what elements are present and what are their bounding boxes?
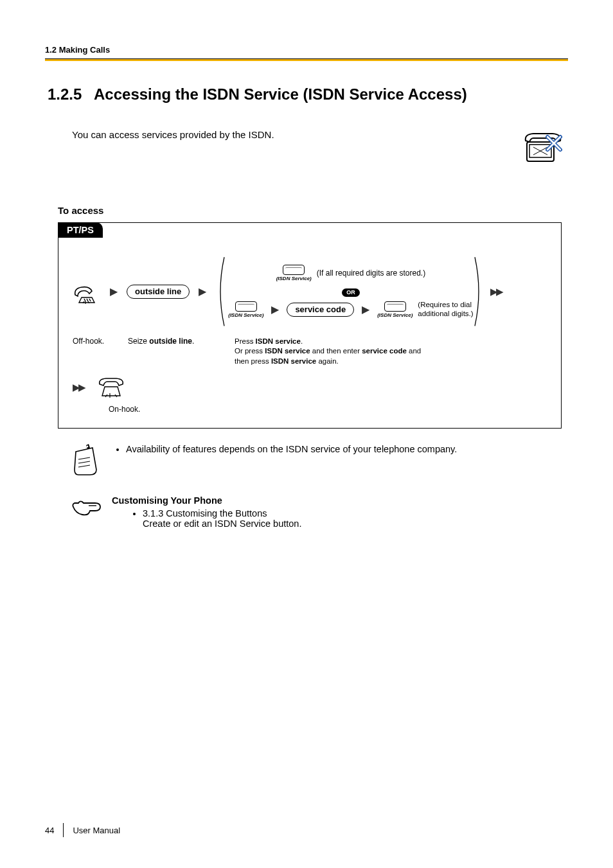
section-number: 1.2.5 (48, 85, 94, 103)
continue-arrow-icon: ▶▶ (73, 382, 84, 393)
caption-offhook: Off-hook. (73, 337, 128, 367)
right-paren-icon (472, 256, 484, 328)
caption-press-isdn: Press ISDN service. Or press ISDN servic… (231, 337, 421, 367)
onhook-icon (97, 376, 125, 398)
isdn-service-key-icon: (ISDN Service) (377, 301, 413, 318)
caption-onhook: On-hook. (109, 405, 547, 414)
note-list: Availability of features depends on the … (114, 444, 457, 457)
ref-item: 3.1.3 Customising the Buttons Create or … (143, 508, 301, 529)
intro-paragraph: You can access services provided by the … (72, 128, 509, 140)
arrow-icon: ▶ (110, 285, 118, 297)
alternatives-group: (ISDN Service) (If all required digits a… (215, 256, 483, 328)
svg-point-8 (87, 446, 89, 448)
note-item: Availability of features depends on the … (126, 444, 457, 454)
ref-heading: Customising Your Phone (112, 495, 301, 506)
continue-arrow-icon: ▶▶ (490, 286, 502, 297)
outside-line-button: outside line (127, 285, 190, 299)
arrow-icon: ▶ (271, 303, 279, 315)
page-footer: 44 User Manual (45, 823, 120, 837)
page-number: 44 (45, 826, 54, 835)
isdn-service-key-icon: (ISDN Service) (228, 301, 263, 318)
procedure-frame: PT/PS ▶ outside line ▶ (58, 222, 562, 429)
phone-cross-icon (522, 128, 564, 166)
header-breadcrumb: 1.2 Making Calls (45, 45, 568, 55)
ref-list: 3.1.3 Customising the Buttons Create or … (112, 508, 301, 529)
offhook-icon (73, 279, 101, 304)
arrow-icon: ▶ (199, 285, 206, 297)
section-title: 1.2.5Accessing the ISDN Service (ISDN Se… (48, 85, 568, 103)
caption-seize: Seize outside line. (128, 337, 231, 367)
note-all-stored: (If all required digits are stored.) (317, 269, 425, 278)
footer-divider (63, 823, 64, 837)
subheading-to-access: To access (58, 205, 568, 216)
procedure-tab: PT/PS (58, 222, 103, 238)
pointing-hand-icon (71, 498, 102, 520)
notepad-icon (71, 444, 99, 477)
note-requires: (Requires to dial additional digits.) (418, 301, 473, 319)
footer-label: User Manual (73, 826, 120, 835)
left-paren-icon (215, 256, 227, 328)
header-rule (45, 58, 568, 61)
arrow-icon: ▶ (362, 303, 369, 315)
service-code-button: service code (287, 303, 354, 317)
isdn-service-key-icon: (ISDN Service) (276, 265, 312, 281)
or-badge: OR (342, 288, 360, 297)
section-heading-text: Accessing the ISDN Service (ISDN Service… (94, 85, 467, 103)
